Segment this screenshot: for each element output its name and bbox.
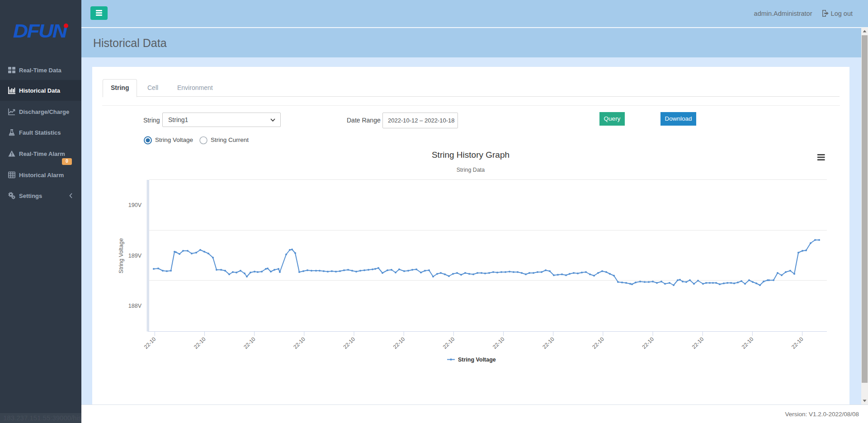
svg-text:22-10: 22-10 — [143, 336, 157, 350]
svg-text:String Voltage: String Voltage — [118, 238, 124, 273]
svg-text:189V: 189V — [128, 253, 142, 259]
svg-text:22-10: 22-10 — [741, 336, 755, 350]
svg-text:String History Graph: String History Graph — [432, 150, 509, 160]
svg-text:22-10: 22-10 — [392, 336, 406, 350]
svg-text:22-10: 22-10 — [790, 336, 805, 350]
svg-text:String Voltage: String Voltage — [458, 357, 496, 363]
svg-text:22-10: 22-10 — [641, 336, 656, 350]
svg-text:22-10: 22-10 — [292, 336, 307, 350]
svg-text:22-10: 22-10 — [491, 336, 506, 350]
svg-text:188V: 188V — [128, 303, 142, 309]
svg-text:22-10: 22-10 — [691, 336, 705, 350]
svg-text:String Data: String Data — [457, 167, 485, 173]
svg-text:22-10: 22-10 — [591, 336, 605, 350]
svg-text:22-10: 22-10 — [242, 336, 257, 350]
svg-text:22-10: 22-10 — [442, 336, 456, 350]
svg-text:22-10: 22-10 — [193, 336, 207, 350]
svg-text:22-10: 22-10 — [541, 336, 556, 350]
svg-text:190V: 190V — [128, 202, 142, 208]
svg-text:22-10: 22-10 — [342, 336, 357, 350]
